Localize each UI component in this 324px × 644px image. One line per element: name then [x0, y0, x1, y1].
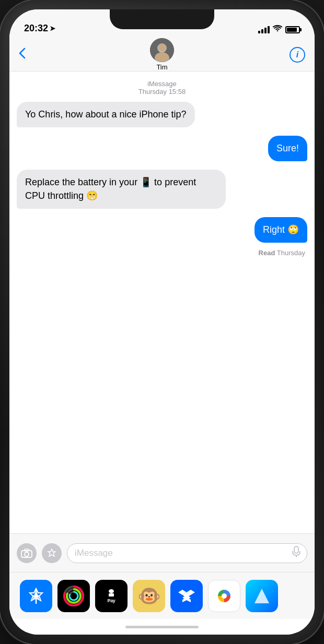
appstore-button[interactable] — [42, 543, 62, 563]
info-label: i — [296, 50, 298, 59]
bubble-incoming-2[interactable]: Replace the battery in your 📱 to prevent… — [17, 170, 226, 208]
read-time: Thursday — [277, 249, 305, 257]
status-time: 20:32 ➤ — [24, 23, 55, 34]
bubble-outgoing-2[interactable]: Right 🙄 — [254, 217, 307, 243]
dock-app-corner[interactable] — [246, 580, 278, 612]
nav-info: i — [284, 47, 305, 63]
signal-bar-2 — [261, 29, 263, 33]
dock-app-monkey[interactable]: 🐵 — [133, 580, 165, 612]
message-timestamp: Thursday 15:58 — [17, 88, 307, 96]
bubble-incoming-1[interactable]: Yo Chris, how about a nice iPhone tip? — [17, 102, 195, 127]
signal-bar-1 — [258, 31, 260, 33]
battery-fill — [287, 28, 297, 32]
read-label: Read — [259, 249, 275, 257]
app-dock: A Pay — [9, 572, 315, 619]
svg-point-25 — [222, 593, 227, 599]
message-row: Sure! — [17, 136, 307, 161]
info-button[interactable]: i — [290, 47, 305, 63]
message-text-4: Right 🙄 — [263, 224, 299, 235]
camera-button[interactable] — [17, 543, 37, 563]
message-input[interactable]: iMessage — [67, 543, 307, 563]
message-text-3: Replace the battery in your 📱 to prevent… — [25, 177, 196, 200]
contact-name: Tim — [156, 63, 167, 71]
svg-rect-8 — [25, 549, 29, 551]
svg-point-5 — [155, 52, 169, 62]
phone-frame: 20:32 ➤ — [0, 0, 324, 644]
dock-app-activity[interactable] — [57, 580, 90, 612]
status-icons — [258, 25, 300, 34]
imessage-label: iMessage Thursday 15:58 — [17, 80, 307, 96]
svg-point-4 — [158, 44, 166, 51]
svg-point-7 — [25, 552, 29, 556]
message-row: Yo Chris, how about a nice iPhone tip? — [17, 102, 307, 127]
dock-app-applepay[interactable]: Pay — [95, 580, 128, 612]
signal-bar-4 — [268, 26, 270, 33]
signal-bar-3 — [264, 28, 267, 33]
phone-screen: 20:32 ➤ — [9, 9, 315, 635]
nav-center[interactable]: Tim — [40, 38, 284, 71]
nav-bar: Tim i — [9, 38, 315, 71]
svg-marker-26 — [254, 589, 269, 603]
dock-app-appstore[interactable]: A — [20, 580, 52, 612]
wifi-icon — [273, 25, 282, 34]
input-placeholder: iMessage — [75, 548, 113, 558]
message-row: Right 🙄 — [17, 217, 307, 243]
svg-rect-9 — [294, 546, 298, 553]
input-bar: iMessage — [9, 533, 315, 572]
service-label: iMessage — [17, 80, 307, 88]
mic-icon — [292, 546, 300, 560]
contact-avatar — [150, 38, 174, 62]
notch — [110, 9, 214, 29]
home-bar — [125, 626, 199, 628]
signal-bars — [258, 26, 270, 33]
location-icon: ➤ — [50, 25, 55, 32]
messages-area: iMessage Thursday 15:58 Yo Chris, how ab… — [9, 71, 315, 533]
bubble-outgoing-1[interactable]: Sure! — [268, 136, 307, 161]
time-display: 20:32 — [24, 23, 48, 34]
back-button[interactable] — [19, 47, 40, 62]
svg-rect-18 — [109, 593, 114, 597]
home-indicator — [9, 619, 315, 635]
message-text-1: Yo Chris, how about a nice iPhone tip? — [25, 109, 187, 120]
battery-icon — [285, 26, 300, 33]
dock-app-photos[interactable] — [208, 580, 240, 612]
read-receipt: Read Thursday — [17, 249, 305, 257]
message-text-2: Sure! — [276, 143, 299, 153]
message-row: Replace the battery in your 📱 to prevent… — [17, 170, 307, 208]
svg-text:A: A — [33, 591, 40, 601]
dock-app-dropbox[interactable] — [170, 580, 203, 612]
